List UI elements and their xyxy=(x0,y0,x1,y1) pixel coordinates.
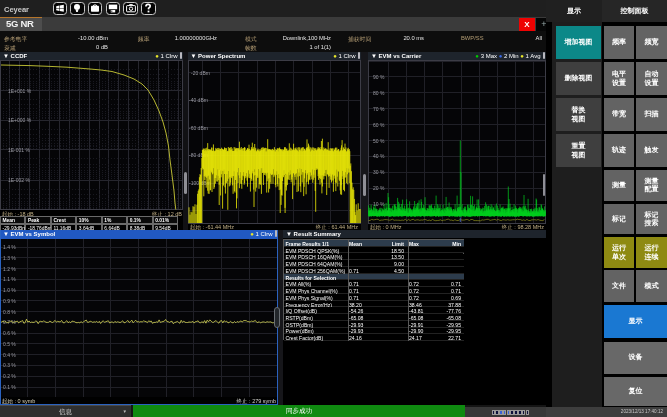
svg-text:1E-002 %: 1E-002 % xyxy=(8,177,31,183)
svg-text:-20 dBm: -20 dBm xyxy=(191,70,210,76)
svg-text:1E+001 %: 1E+001 % xyxy=(8,88,32,94)
svg-text:1E+000 %: 1E+000 % xyxy=(8,117,32,123)
svg-text:70 %: 70 % xyxy=(373,106,385,112)
svg-text:1.0 %: 1.0 % xyxy=(3,287,16,293)
svg-text:80 %: 80 % xyxy=(373,90,385,96)
svg-text:1.3 %: 1.3 % xyxy=(3,255,16,261)
svg-text:0.4 %: 0.4 % xyxy=(3,352,16,358)
svg-text:1.1 %: 1.1 % xyxy=(3,276,16,282)
svg-text:0.2 %: 0.2 % xyxy=(3,373,16,379)
svg-text:0.6 %: 0.6 % xyxy=(3,330,16,336)
svg-text:0.8 %: 0.8 % xyxy=(3,309,16,315)
svg-text:1.2 %: 1.2 % xyxy=(3,266,16,272)
svg-text:-40 dBm: -40 dBm xyxy=(189,97,208,103)
svg-text:40 %: 40 % xyxy=(373,153,385,159)
svg-text:1E-001 %: 1E-001 % xyxy=(8,147,31,153)
svg-text:50 %: 50 % xyxy=(373,138,385,144)
svg-text:90 %: 90 % xyxy=(373,74,385,80)
svg-text:20 %: 20 % xyxy=(373,185,385,191)
svg-text:30 %: 30 % xyxy=(373,169,385,175)
svg-text:0.5 %: 0.5 % xyxy=(3,341,16,347)
svg-text:0.9 %: 0.9 % xyxy=(3,298,16,304)
svg-text:1.4 %: 1.4 % xyxy=(3,244,16,250)
svg-text:-60 dBm: -60 dBm xyxy=(189,125,208,131)
svg-text:0.3 %: 0.3 % xyxy=(3,362,16,368)
svg-text:0.1 %: 0.1 % xyxy=(3,384,16,390)
svg-text:60 %: 60 % xyxy=(373,122,385,128)
